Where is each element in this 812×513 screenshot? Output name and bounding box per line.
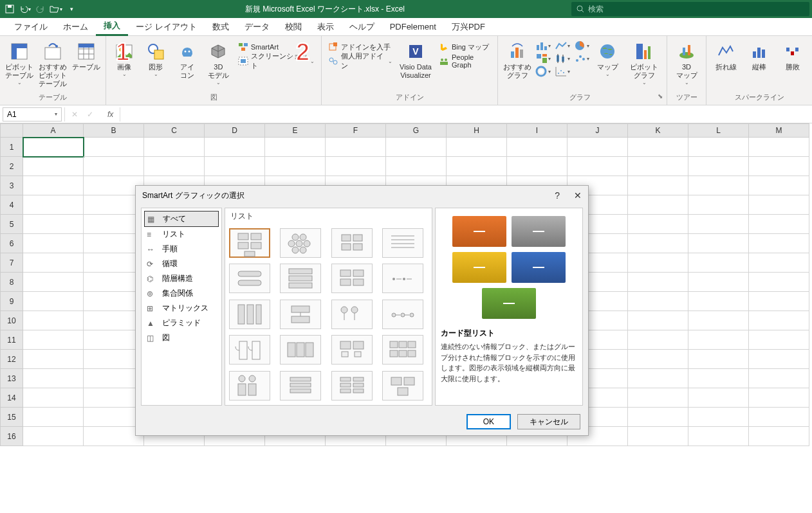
- cell[interactable]: [23, 215, 84, 234]
- cell[interactable]: [628, 195, 688, 215]
- fx-icon[interactable]: fx: [102, 110, 113, 119]
- row-header[interactable]: 4: [0, 195, 23, 215]
- category-item[interactable]: ⊚集合関係: [144, 286, 219, 301]
- cell[interactable]: [265, 157, 326, 176]
- cell[interactable]: [326, 157, 386, 176]
- cell[interactable]: [749, 292, 809, 311]
- tab-pagelayout[interactable]: ージ レイアウト: [128, 19, 205, 35]
- cell[interactable]: [749, 311, 809, 330]
- cell[interactable]: [688, 369, 749, 388]
- row-header[interactable]: 16: [0, 427, 23, 446]
- layout-thumb[interactable]: [280, 371, 321, 401]
- category-item[interactable]: ⟳循環: [144, 256, 219, 271]
- cell[interactable]: [23, 427, 84, 446]
- cell[interactable]: [23, 292, 84, 311]
- bing-button[interactable]: Bing マップ: [436, 40, 494, 54]
- tab-help[interactable]: ヘルプ: [342, 19, 382, 35]
- cell[interactable]: [628, 215, 688, 234]
- ok-button[interactable]: OK: [466, 414, 511, 429]
- undo-icon[interactable]: ▾: [18, 2, 32, 16]
- cell[interactable]: [23, 273, 84, 292]
- cell[interactable]: [447, 138, 507, 157]
- cell[interactable]: [749, 195, 809, 215]
- layout-thumb[interactable]: [229, 228, 270, 258]
- layout-thumb[interactable]: [382, 300, 423, 329]
- enter-icon[interactable]: ✓: [87, 110, 93, 119]
- column-header[interactable]: B: [84, 123, 144, 138]
- cell[interactable]: [749, 369, 809, 388]
- category-item[interactable]: ⌬階層構造: [144, 271, 219, 286]
- layout-thumb[interactable]: [229, 300, 270, 329]
- layout-thumb[interactable]: [331, 228, 373, 258]
- cell[interactable]: [688, 273, 749, 292]
- cell[interactable]: [23, 388, 84, 408]
- cell[interactable]: [628, 176, 688, 195]
- cell[interactable]: [144, 138, 205, 157]
- people-button[interactable]: People Graph: [436, 54, 494, 68]
- sparkline-line-button[interactable]: 折れ線: [710, 40, 741, 73]
- tab-data[interactable]: データ: [237, 19, 277, 35]
- cancel-icon[interactable]: ✕: [71, 110, 78, 119]
- sparkline-winloss-button[interactable]: 勝敗: [777, 40, 808, 73]
- cell[interactable]: [749, 350, 809, 369]
- cell[interactable]: [749, 138, 809, 157]
- cell[interactable]: [507, 138, 567, 157]
- column-header[interactable]: I: [507, 123, 567, 138]
- row-header[interactable]: 3: [0, 176, 23, 195]
- chart-scatter-button[interactable]: ▾: [574, 53, 589, 64]
- cell[interactable]: [23, 408, 84, 427]
- column-header[interactable]: G: [386, 123, 447, 138]
- cell[interactable]: [507, 157, 567, 176]
- column-header[interactable]: F: [326, 123, 386, 138]
- cell[interactable]: [23, 253, 84, 273]
- column-header[interactable]: J: [567, 123, 628, 138]
- table-button[interactable]: テーブル: [71, 40, 102, 73]
- cell[interactable]: [386, 138, 447, 157]
- close-icon[interactable]: ✕: [574, 190, 582, 201]
- column-header[interactable]: E: [265, 123, 326, 138]
- layout-thumb[interactable]: [280, 264, 321, 293]
- cell[interactable]: [749, 234, 809, 253]
- layout-thumb[interactable]: [331, 300, 373, 329]
- cell[interactable]: [23, 157, 84, 176]
- cell[interactable]: [749, 253, 809, 273]
- cell[interactable]: [749, 215, 809, 234]
- cell[interactable]: [749, 157, 809, 176]
- cell[interactable]: [23, 350, 84, 369]
- cell[interactable]: [688, 311, 749, 330]
- cell[interactable]: [628, 234, 688, 253]
- tab-view[interactable]: 表示: [309, 19, 342, 35]
- chart-pie-button[interactable]: ▾: [574, 40, 589, 51]
- cell[interactable]: [23, 176, 84, 195]
- layout-thumb[interactable]: [229, 264, 270, 293]
- cell[interactable]: [688, 427, 749, 446]
- shapes-button[interactable]: 図形⌄: [142, 40, 171, 79]
- column-header[interactable]: K: [628, 123, 688, 138]
- category-item[interactable]: ▲ピラミッド: [144, 316, 219, 330]
- category-item[interactable]: ≡リスト: [144, 227, 219, 242]
- row-header[interactable]: 14: [0, 388, 23, 408]
- cell[interactable]: [688, 292, 749, 311]
- layout-thumb[interactable]: [331, 371, 373, 401]
- rec-chart-button[interactable]: おすすめ グラフ: [502, 40, 533, 81]
- icons-button[interactable]: アイ コン: [172, 40, 201, 81]
- cell[interactable]: [628, 427, 688, 446]
- chart-combo-button[interactable]: ▾: [535, 66, 551, 77]
- row-header[interactable]: 11: [0, 330, 23, 350]
- layout-thumb[interactable]: [382, 228, 423, 258]
- cell[interactable]: [144, 157, 205, 176]
- save-icon[interactable]: [3, 2, 17, 16]
- 3dmodel-button[interactable]: 3D モデル⌄: [204, 40, 233, 87]
- cell[interactable]: [749, 330, 809, 350]
- chart-launcher-icon[interactable]: ⬊: [658, 93, 663, 100]
- cell[interactable]: [688, 253, 749, 273]
- row-header[interactable]: 9: [0, 292, 23, 311]
- layout-thumb[interactable]: [280, 228, 321, 258]
- cell[interactable]: [628, 369, 688, 388]
- cell[interactable]: [265, 138, 326, 157]
- layout-thumb[interactable]: [229, 371, 270, 401]
- pivotchart-button[interactable]: ピボットグラフ⌄: [625, 40, 663, 87]
- cell[interactable]: [628, 330, 688, 350]
- row-header[interactable]: 1: [0, 138, 23, 157]
- my-addin-button[interactable]: 個人用アドイン⌄: [326, 54, 395, 68]
